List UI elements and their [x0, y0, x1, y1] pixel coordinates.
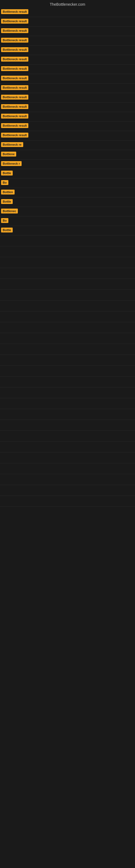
empty-row — [0, 257, 135, 268]
badge-row: Bottleneck result — [0, 74, 135, 84]
badge-row: Bottleneck result — [0, 65, 135, 74]
bottleneck-badge[interactable]: Bottleneck result — [1, 76, 28, 81]
bottleneck-badge[interactable]: Bottleneck result — [1, 38, 28, 42]
empty-row — [0, 311, 135, 322]
badge-row: Bottleneck result — [0, 102, 135, 112]
badge-row: Bottle — [0, 197, 135, 207]
empty-row — [0, 344, 135, 355]
bottleneck-badge[interactable]: Bottleneck result — [1, 9, 28, 14]
badge-row: Bottleneck re — [0, 141, 135, 150]
empty-row — [0, 376, 135, 388]
badge-row: Bo — [0, 216, 135, 226]
bottleneck-badge[interactable]: Bottleneck result — [1, 133, 28, 137]
bottleneck-badge[interactable]: Bottle — [1, 227, 13, 232]
badge-row: Bottleneck result — [0, 36, 135, 45]
empty-row — [0, 279, 135, 290]
bottleneck-badge[interactable]: Bo — [1, 218, 8, 223]
bottleneck-badge[interactable]: Bottleneck result — [1, 66, 28, 71]
badges-container: Bottleneck resultBottleneck resultBottle… — [0, 8, 135, 507]
bottleneck-badge[interactable]: Bottleneck r — [1, 161, 21, 166]
empty-row — [0, 236, 135, 246]
badge-row: Bottleneck r — [0, 159, 135, 169]
bottleneck-badge[interactable]: Bottleneck result — [1, 123, 28, 128]
bottleneck-badge[interactable]: Bottleneck re — [1, 142, 23, 147]
bottleneck-badge[interactable]: Bottleneck result — [1, 85, 28, 90]
bottleneck-badge[interactable]: Bottleneck result — [1, 114, 28, 119]
empty-row — [0, 485, 135, 496]
empty-row — [0, 355, 135, 366]
site-title: TheBottlenecker.com — [0, 0, 135, 8]
badge-row: Bottlene — [0, 150, 135, 159]
badge-row: Bottlenec — [0, 207, 135, 216]
bottleneck-badge[interactable]: Bottlen — [1, 190, 14, 194]
empty-row — [0, 322, 135, 333]
empty-row — [0, 431, 135, 442]
badge-row: Bottleneck result — [0, 55, 135, 65]
badge-row: Bottlen — [0, 188, 135, 197]
badge-row: Bottleneck result — [0, 17, 135, 27]
empty-row — [0, 442, 135, 453]
empty-row — [0, 388, 135, 398]
badge-row: Bottleneck result — [0, 112, 135, 122]
badge-row: Bottle — [0, 226, 135, 236]
badge-row: Bottleneck result — [0, 93, 135, 102]
bottleneck-badge[interactable]: Bottlene — [1, 152, 16, 156]
empty-row — [0, 366, 135, 376]
empty-row — [0, 420, 135, 431]
bottleneck-badge[interactable]: Bottleneck result — [1, 95, 28, 99]
bottleneck-badge[interactable]: Bo — [1, 180, 8, 185]
empty-row — [0, 463, 135, 474]
bottleneck-badge[interactable]: Bottleneck result — [1, 47, 28, 52]
badge-row: Bo — [0, 179, 135, 188]
badge-row: Bottleneck result — [0, 45, 135, 55]
page-wrapper: TheBottlenecker.com Bottleneck resultBot… — [0, 0, 135, 507]
empty-row — [0, 246, 135, 257]
bottleneck-badge[interactable]: Bottleneck result — [1, 19, 28, 24]
empty-row — [0, 268, 135, 279]
bottleneck-badge[interactable]: Bottleneck result — [1, 104, 28, 109]
empty-row — [0, 409, 135, 420]
bottleneck-badge[interactable]: Bottlenec — [1, 209, 18, 214]
badge-row: Bottleneck result — [0, 131, 135, 141]
bottleneck-badge[interactable]: Bottle — [1, 170, 13, 176]
bottleneck-badge[interactable]: Bottleneck result — [1, 57, 28, 62]
empty-row — [0, 453, 135, 463]
badge-row: Bottleneck result — [0, 84, 135, 93]
badge-row: Bottleneck result — [0, 8, 135, 17]
empty-row — [0, 474, 135, 485]
bottleneck-badge[interactable]: Bottle — [1, 199, 13, 204]
badge-row: Bottleneck result — [0, 27, 135, 36]
badge-row: Bottle — [0, 169, 135, 179]
empty-row — [0, 290, 135, 301]
empty-row — [0, 398, 135, 409]
empty-row — [0, 333, 135, 344]
bottleneck-badge[interactable]: Bottleneck result — [1, 28, 28, 33]
empty-row — [0, 496, 135, 507]
badge-row: Bottleneck result — [0, 122, 135, 131]
empty-row — [0, 301, 135, 311]
